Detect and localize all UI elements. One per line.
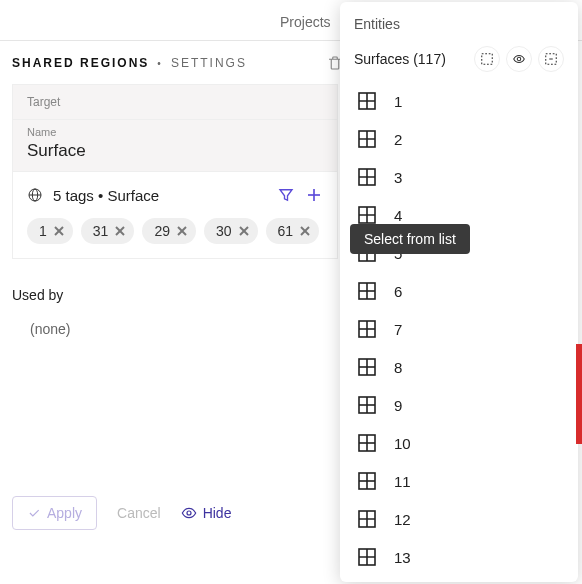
grid-icon (358, 282, 376, 300)
tooltip-select-from-list: Select from list (350, 224, 470, 254)
entity-label: 13 (394, 549, 411, 566)
entity-item[interactable]: 6 (354, 272, 564, 310)
name-field[interactable]: Name Surface (12, 119, 338, 172)
entity-item[interactable]: 12 (354, 500, 564, 538)
tag-chips: 131293061 (12, 212, 338, 259)
entities-title: Entities (354, 16, 564, 32)
entity-item[interactable]: 10 (354, 424, 564, 462)
name-field-value: Surface (27, 141, 323, 161)
entity-label: 1 (394, 93, 402, 110)
tag-chip-label: 61 (278, 223, 294, 239)
grid-icon (358, 396, 376, 414)
settings-main: SHARED REGIONS • SETTINGS Target Name Su… (12, 56, 338, 337)
tag-chip-label: 31 (93, 223, 109, 239)
entity-label: 10 (394, 435, 411, 452)
projects-tab[interactable]: Projects (280, 14, 331, 30)
used-by-label: Used by (12, 287, 338, 303)
close-icon[interactable] (176, 225, 188, 237)
target-label: Target (12, 84, 338, 119)
entity-label: 9 (394, 397, 402, 414)
close-icon[interactable] (238, 225, 250, 237)
action-bar: Apply Cancel Hide (12, 496, 338, 530)
close-icon[interactable] (114, 225, 126, 237)
entities-toolbar (474, 46, 564, 72)
tag-chip-label: 29 (154, 223, 170, 239)
tags-row: 5 tags • Surface (12, 172, 338, 212)
apply-button[interactable]: Apply (12, 496, 97, 530)
close-icon[interactable] (299, 225, 311, 237)
eye-plus-icon[interactable] (506, 46, 532, 72)
svg-rect-16 (482, 54, 493, 65)
entity-label: 7 (394, 321, 402, 338)
entity-label: 6 (394, 283, 402, 300)
entity-label: 2 (394, 131, 402, 148)
name-field-label: Name (27, 126, 323, 138)
entity-label: 11 (394, 473, 411, 490)
entity-item[interactable]: 11 (354, 462, 564, 500)
tag-chip[interactable]: 61 (266, 218, 320, 244)
breadcrumb-dot: • (157, 58, 163, 69)
breadcrumb: SHARED REGIONS • SETTINGS (12, 56, 338, 70)
svg-point-15 (187, 511, 191, 515)
close-icon[interactable] (53, 225, 65, 237)
tag-chip-label: 30 (216, 223, 232, 239)
entity-label: 8 (394, 359, 402, 376)
hide-label: Hide (203, 505, 232, 521)
grid-icon (358, 206, 376, 224)
grid-icon (358, 548, 376, 566)
entity-item[interactable]: 7 (354, 310, 564, 348)
filter-icon[interactable] (277, 186, 295, 204)
entity-label: 12 (394, 511, 411, 528)
entities-list: 12345678910111213 (354, 82, 564, 576)
entity-item[interactable]: 2 (354, 120, 564, 158)
entity-item[interactable]: 9 (354, 386, 564, 424)
select-box-icon[interactable] (474, 46, 500, 72)
entities-subtitle: Surfaces (117) (354, 51, 446, 67)
grid-icon (358, 130, 376, 148)
entities-panel: Entities Surfaces (117) 1234567891011121… (340, 2, 578, 582)
hide-button[interactable]: Hide (181, 505, 232, 521)
used-by-none: (none) (12, 303, 338, 337)
used-by-section: Used by (none) (12, 259, 338, 337)
grid-icon (358, 92, 376, 110)
breadcrumb-region[interactable]: SHARED REGIONS (12, 56, 149, 70)
tag-chip-label: 1 (39, 223, 47, 239)
svg-point-17 (517, 57, 521, 61)
grid-icon (358, 472, 376, 490)
grid-icon (358, 320, 376, 338)
tag-chip[interactable]: 30 (204, 218, 258, 244)
entity-item[interactable]: 3 (354, 158, 564, 196)
grid-icon (358, 358, 376, 376)
side-indicator (576, 344, 582, 444)
plus-icon[interactable] (305, 186, 323, 204)
apply-label: Apply (47, 505, 82, 521)
tag-chip[interactable]: 29 (142, 218, 196, 244)
entity-item[interactable]: 8 (354, 348, 564, 386)
grid-icon (358, 510, 376, 528)
globe-icon (27, 187, 43, 203)
tags-summary: 5 tags • Surface (53, 187, 267, 204)
entity-label: 3 (394, 169, 402, 186)
entity-label: 4 (394, 207, 402, 224)
cancel-button[interactable]: Cancel (117, 505, 161, 521)
entity-item[interactable]: 1 (354, 82, 564, 120)
tag-chip[interactable]: 31 (81, 218, 135, 244)
tag-chip[interactable]: 1 (27, 218, 73, 244)
entity-item[interactable]: 13 (354, 538, 564, 576)
grid-icon (358, 434, 376, 452)
grid-icon (358, 168, 376, 186)
breadcrumb-settings: SETTINGS (171, 56, 247, 70)
select-list-icon[interactable] (538, 46, 564, 72)
